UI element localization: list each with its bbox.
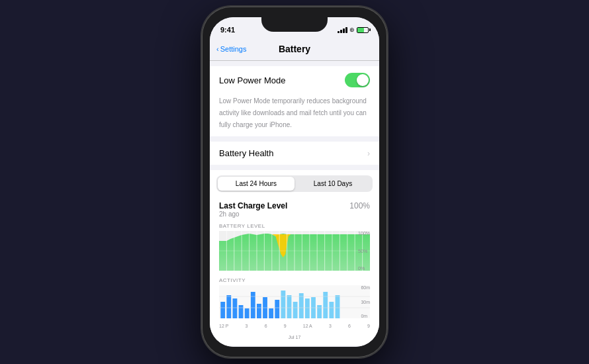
svg-rect-28	[257, 304, 261, 318]
chevron-right-icon: ›	[367, 149, 370, 158]
activity-y-0: 0m	[361, 314, 370, 318]
svg-rect-36	[305, 298, 310, 318]
low-power-description-cell: Low Power Mode temporarily reduces backg…	[210, 94, 379, 136]
activity-chart-label: ACTIVITY	[219, 277, 370, 283]
svg-rect-25	[239, 305, 244, 318]
charge-level-title: Last Charge Level	[219, 201, 287, 210]
svg-rect-30	[269, 308, 273, 318]
activity-chart-section: ACTIVITY	[210, 275, 379, 322]
nav-bar: ‹ Settings Battery	[210, 37, 379, 61]
activity-chart-container: 60m 30m 0m	[219, 285, 370, 318]
segment-24h[interactable]: Last 24 Hours	[218, 177, 294, 191]
svg-rect-22	[220, 302, 225, 318]
phone-frame: 9:41 ⊛ ‹ Settings Battery	[202, 7, 387, 357]
phone-screen: 9:41 ⊛ ‹ Settings Battery	[210, 17, 379, 347]
time-label-12a: 12 A	[303, 324, 312, 328]
content-area: Low Power Mode Low Power Mode temporaril…	[210, 61, 379, 347]
battery-y-labels: 100% 50% 0%	[358, 231, 370, 271]
battery-icon	[357, 27, 369, 33]
charge-level-header: Last Charge Level 2h ago 100%	[210, 197, 379, 220]
low-power-label: Low Power Mode	[219, 75, 285, 85]
time-label-12p: 12 P	[219, 324, 228, 328]
status-time: 9:41	[220, 26, 235, 34]
svg-rect-34	[293, 302, 298, 318]
time-label-9a: 9	[284, 324, 287, 328]
chevron-left-icon: ‹	[216, 45, 219, 53]
toggle-knob	[357, 74, 369, 86]
low-power-section: Low Power Mode Low Power Mode temporaril…	[210, 66, 379, 136]
time-label-6b: 6	[348, 324, 351, 328]
date-label: Jul 17	[289, 335, 301, 340]
notch	[261, 17, 328, 32]
wifi-icon: ⊛	[349, 26, 355, 33]
low-power-cell: Low Power Mode	[210, 66, 379, 94]
svg-rect-32	[281, 291, 285, 318]
back-button[interactable]: ‹ Settings	[216, 45, 246, 53]
svg-rect-31	[275, 300, 279, 318]
charge-level-percent: 100%	[349, 201, 370, 210]
back-label: Settings	[220, 45, 247, 53]
svg-rect-40	[329, 302, 334, 318]
svg-rect-24	[233, 298, 238, 318]
page-title: Battery	[279, 44, 310, 54]
battery-y-50: 50%	[358, 249, 370, 253]
svg-rect-39	[323, 292, 328, 318]
time-label-9b: 9	[367, 324, 370, 328]
battery-health-label: Battery Health	[219, 148, 273, 158]
time-label-6a: 6	[265, 324, 267, 328]
time-axis-section: 12 P 3 6 9 12 A 3 6 9 Jul 17	[210, 322, 379, 345]
activity-y-labels: 60m 30m 0m	[361, 285, 370, 318]
svg-rect-27	[251, 292, 255, 318]
battery-fill	[357, 28, 364, 32]
svg-rect-26	[245, 308, 249, 318]
low-power-description: Low Power Mode temporarily reduces backg…	[219, 97, 367, 128]
battery-health-section: Battery Health ›	[210, 142, 379, 165]
svg-rect-23	[226, 295, 231, 318]
date-label-container: Jul 17	[219, 330, 370, 341]
segment-control: Last 24 Hours Last 10 Days	[216, 175, 373, 192]
battery-chart-section: BATTERY LEVEL	[210, 220, 379, 275]
charge-level-subtitle: 2h ago	[219, 210, 287, 218]
status-icons: ⊛	[338, 26, 369, 33]
svg-rect-35	[299, 293, 304, 318]
low-power-toggle[interactable]	[345, 73, 370, 87]
battery-chart-label: BATTERY LEVEL	[219, 223, 370, 229]
svg-rect-41	[336, 295, 340, 318]
activity-y-30: 30m	[361, 300, 370, 304]
battery-health-cell[interactable]: Battery Health ›	[210, 142, 379, 165]
time-label-3a: 3	[246, 324, 248, 328]
battery-y-0: 0%	[358, 266, 370, 271]
segment-wrapper: Last 24 Hours Last 10 Days	[210, 170, 379, 197]
battery-chart-container: 100% 50% 0%	[219, 231, 370, 271]
time-axis: 12 P 3 6 9 12 A 3 6 9	[219, 322, 370, 330]
activity-chart	[219, 285, 370, 318]
battery-y-100: 100%	[358, 231, 370, 236]
signal-bars-icon	[338, 27, 347, 33]
svg-rect-38	[317, 305, 322, 318]
segment-10d[interactable]: Last 10 Days	[294, 177, 371, 191]
time-label-3b: 3	[329, 324, 332, 328]
battery-chart	[219, 231, 370, 271]
activity-y-60: 60m	[361, 285, 370, 290]
svg-rect-33	[287, 295, 292, 318]
